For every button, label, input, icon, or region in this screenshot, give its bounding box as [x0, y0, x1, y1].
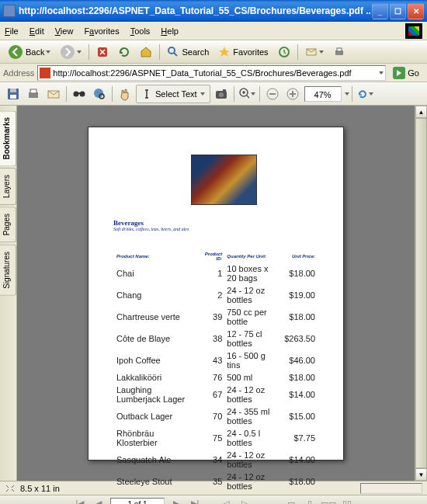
layers-tab[interactable]: Layers	[0, 168, 16, 205]
go-icon	[393, 67, 405, 79]
forward-button[interactable]	[56, 43, 85, 61]
history-icon	[278, 46, 290, 58]
print-icon	[333, 46, 345, 58]
next-page-button[interactable]: ▶	[169, 498, 183, 505]
globe-search-icon	[92, 87, 106, 101]
home-button[interactable]	[136, 43, 156, 61]
page-dimensions: 8.5 x 11 in	[20, 484, 60, 493]
pdf-workspace: Bookmarks Layers Pages Signatures Bevera…	[0, 106, 427, 481]
signatures-tab[interactable]: Signatures	[0, 245, 16, 296]
zoom-out-button[interactable]	[263, 85, 282, 103]
pdf-search-web-button[interactable]	[90, 85, 109, 103]
scroll-down-button[interactable]: ▼	[415, 468, 427, 481]
history-button[interactable]	[274, 43, 294, 61]
select-text-button[interactable]: Select Text	[136, 85, 210, 103]
snapshot-tool-button[interactable]	[212, 85, 231, 103]
refresh-button[interactable]	[114, 43, 134, 61]
svg-rect-17	[78, 92, 81, 94]
favorites-button[interactable]: Favorites	[214, 43, 272, 61]
side-tab-strip: Bookmarks Layers Pages Signatures	[0, 106, 17, 481]
menu-file[interactable]: FFileile	[5, 26, 19, 36]
back-label: Back	[26, 47, 44, 57]
hand-tool-button[interactable]	[116, 85, 134, 103]
pdf-email-button[interactable]	[44, 85, 63, 103]
nav-toolbar: Back Search Favorites	[0, 40, 427, 64]
zoom-level-input[interactable]: 47%	[304, 86, 342, 102]
close-button[interactable]: ✕	[408, 3, 424, 19]
bookmarks-tab[interactable]: Bookmarks	[0, 110, 16, 166]
svg-rect-10	[10, 89, 16, 92]
window-title: http://localhost:2296/ASPNET_Data_Tutori…	[19, 5, 370, 16]
minus-icon	[266, 88, 279, 100]
address-input[interactable]: http://localhost:2296/ASPNET_Data_Tutori…	[37, 65, 386, 81]
zoom-dropdown-icon[interactable]	[251, 92, 255, 96]
zoom-level-dropdown-icon[interactable]	[345, 92, 349, 96]
back-dropdown-icon[interactable]	[46, 50, 50, 54]
back-button[interactable]: Back	[4, 43, 54, 61]
forward-icon	[60, 44, 75, 60]
star-icon	[218, 46, 231, 58]
menu-edit[interactable]: Edit	[30, 26, 44, 36]
continuous-button[interactable]: ▯	[303, 498, 317, 505]
col-qty: Quantity Per Unit:	[225, 251, 281, 262]
maximize-button[interactable]: ☐	[390, 3, 406, 19]
vertical-scrollbar[interactable]: ▲ ▼	[415, 106, 427, 481]
mail-dropdown-icon[interactable]	[319, 50, 324, 54]
document-subtitle: Soft drinks, coffees, teas, beers, and a…	[113, 227, 318, 232]
mail-button[interactable]	[301, 43, 328, 61]
address-label: Address	[3, 68, 34, 78]
menu-help[interactable]: Help	[161, 26, 179, 36]
document-area[interactable]: Beverages Soft drinks, coffees, teas, be…	[17, 106, 415, 481]
table-row: Chang224 - 12 oz bottles$19.00	[115, 285, 317, 305]
search-icon	[167, 46, 179, 58]
zoom-plus-button[interactable]	[283, 85, 302, 103]
scroll-thumb[interactable]	[415, 118, 427, 468]
pdf-print-button[interactable]	[24, 85, 43, 103]
prev-view-button[interactable]: ◁	[219, 498, 233, 505]
select-dropdown-icon[interactable]	[200, 92, 205, 96]
menu-view[interactable]: View	[55, 26, 74, 36]
printer-icon	[26, 87, 40, 101]
page-number-input[interactable]: 1 of 1	[110, 498, 165, 505]
zoom-in-button[interactable]	[238, 85, 256, 103]
favorites-label: Favorites	[233, 47, 268, 57]
binoculars-icon	[72, 87, 86, 101]
expand-icon[interactable]	[5, 484, 16, 493]
address-dropdown-icon[interactable]	[379, 71, 384, 75]
svg-point-3	[168, 47, 175, 54]
address-url: http://localhost:2296/ASPNET_Data_Tutori…	[53, 68, 377, 78]
rotate-icon	[356, 88, 367, 100]
pdf-save-button[interactable]	[4, 85, 23, 103]
rotate-button[interactable]	[356, 85, 374, 103]
print-button[interactable]	[329, 43, 349, 61]
go-label: Go	[408, 68, 419, 78]
continuous-facing-button[interactable]: ▯▯	[340, 498, 354, 505]
minimize-button[interactable]: _	[372, 3, 388, 19]
scroll-up-button[interactable]: ▲	[415, 106, 427, 118]
menu-tools[interactable]: Tools	[130, 26, 151, 36]
svg-rect-22	[223, 89, 226, 92]
scroll-track[interactable]	[415, 118, 427, 468]
document-title: Beverages	[113, 219, 318, 227]
first-page-button[interactable]: |◀	[73, 498, 87, 505]
prev-page-button[interactable]: ◀	[92, 498, 106, 505]
svg-point-18	[94, 89, 103, 98]
last-page-button[interactable]: ▶|	[188, 498, 202, 505]
forward-dropdown-icon[interactable]	[77, 50, 82, 54]
table-row: Chai110 boxes x 20 bags$18.00	[115, 263, 317, 283]
stop-button[interactable]	[92, 43, 113, 61]
pdf-find-button[interactable]	[70, 85, 89, 103]
window-titlebar: http://localhost:2296/ASPNET_Data_Tutori…	[0, 0, 427, 22]
col-price: Unit Price:	[283, 251, 317, 262]
single-page-button[interactable]: ▭	[284, 498, 298, 505]
throbber-icon	[405, 23, 422, 39]
horizontal-scrollbar[interactable]	[360, 483, 422, 494]
next-view-button[interactable]: ▷	[238, 498, 252, 505]
go-button[interactable]: Go	[389, 64, 423, 82]
envelope-icon	[47, 87, 61, 101]
pages-tab[interactable]: Pages	[0, 207, 16, 242]
rotate-dropdown-icon[interactable]	[369, 92, 373, 96]
search-button[interactable]: Search	[163, 43, 213, 61]
facing-button[interactable]: ▭▭	[321, 498, 335, 505]
menu-favorites[interactable]: Favorites	[84, 26, 119, 36]
